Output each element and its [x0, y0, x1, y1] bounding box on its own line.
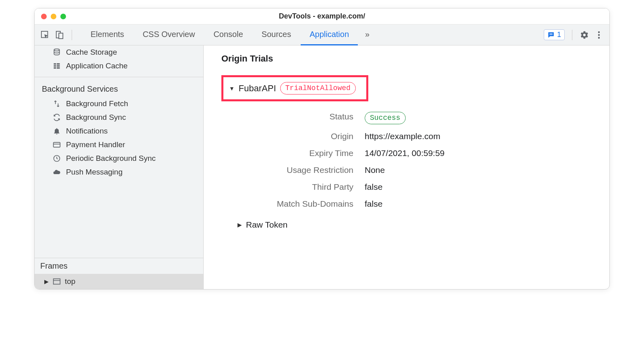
value-expiry: 14/07/2021, 00:59:59: [365, 148, 600, 158]
fetch-icon: [52, 99, 61, 108]
svg-rect-18: [54, 279, 60, 284]
svg-point-6: [598, 34, 600, 35]
trial-name: FubarAPI: [239, 83, 276, 94]
label-origin: Origin: [233, 131, 353, 141]
triangle-down-icon: ▼: [229, 85, 235, 92]
value-usage: None: [365, 165, 600, 175]
svg-rect-15: [54, 142, 60, 147]
sidebar-separator: [35, 77, 203, 77]
sidebar-item-background-sync[interactable]: Background Sync: [35, 111, 203, 124]
svg-rect-2: [59, 33, 63, 39]
sidebar-label: Cache Storage: [66, 48, 117, 57]
raw-token-label: Raw Token: [246, 220, 288, 230]
sidebar-label: Background Sync: [66, 113, 126, 122]
svg-point-8: [54, 49, 59, 51]
database-icon: [52, 48, 61, 57]
sidebar-label: Background Fetch: [66, 99, 128, 108]
sidebar-section-title: Background Services: [35, 81, 203, 97]
svg-point-5: [598, 31, 600, 33]
settings-icon[interactable]: [580, 30, 589, 40]
issues-count: 1: [557, 31, 561, 39]
svg-rect-10: [57, 63, 60, 64]
sidebar-label: Payment Handler: [66, 140, 125, 149]
toolbar-separator: [72, 30, 72, 40]
panel-tabs: Elements CSS Overview Console Sources Ap…: [82, 25, 376, 45]
label-match-subdomains: Match Sub-Domains: [233, 199, 353, 209]
sidebar-frames-title: Frames: [35, 258, 203, 274]
value-match-subdomains: false: [365, 199, 600, 209]
main-panel: Origin Trials ▼ FubarAPI TrialNotAllowed…: [204, 45, 609, 289]
tab-css-overview[interactable]: CSS Overview: [134, 25, 204, 45]
sidebar-label: Push Messaging: [66, 168, 122, 177]
sidebar-frame-top[interactable]: ▶ top: [35, 274, 203, 289]
window-title: DevTools - example.com/: [279, 12, 365, 21]
sidebar-item-notifications[interactable]: Notifications: [35, 124, 203, 138]
value-origin: https://example.com: [365, 131, 600, 141]
svg-rect-4: [549, 34, 553, 35]
device-toggle-icon[interactable]: [55, 30, 64, 40]
minimize-window-button[interactable]: [51, 14, 56, 19]
value-status: Success: [365, 112, 600, 124]
sidebar-item-application-cache[interactable]: Application Cache: [35, 59, 203, 73]
sidebar-item-push-messaging[interactable]: Push Messaging: [35, 165, 203, 179]
triangle-right-icon: ▶: [44, 278, 49, 285]
raw-token-row[interactable]: ▶ Raw Token: [237, 220, 600, 230]
trial-details: Status Success Origin https://example.co…: [233, 112, 600, 209]
value-third-party: false: [365, 182, 600, 192]
maximize-window-button[interactable]: [60, 14, 66, 19]
label-usage: Usage Restriction: [233, 165, 353, 175]
triangle-right-icon: ▶: [237, 222, 242, 228]
highlight-annotation: ▼ FubarAPI TrialNotAllowed: [221, 75, 368, 101]
panel-heading: Origin Trials: [221, 53, 600, 64]
trial-row[interactable]: ▼ FubarAPI TrialNotAllowed: [229, 82, 356, 94]
sidebar-item-periodic-sync[interactable]: Periodic Background Sync: [35, 152, 203, 165]
svg-rect-11: [54, 65, 56, 66]
svg-rect-14: [57, 67, 60, 68]
sidebar-item-background-fetch[interactable]: Background Fetch: [35, 97, 203, 111]
grid-icon: [52, 62, 61, 70]
label-status: Status: [233, 112, 353, 124]
toolbar-separator: [572, 30, 572, 40]
cloud-icon: [52, 168, 61, 177]
card-icon: [52, 140, 61, 149]
clock-icon: [52, 154, 61, 163]
message-icon: [547, 31, 555, 39]
inspect-element-icon[interactable]: [40, 30, 50, 40]
tab-console[interactable]: Console: [204, 25, 252, 45]
window-icon: [53, 278, 61, 285]
svg-point-7: [598, 37, 600, 38]
sidebar-label: Periodic Background Sync: [66, 154, 156, 163]
sidebar-label: Notifications: [66, 127, 108, 136]
tab-sources[interactable]: Sources: [253, 25, 300, 45]
content-area: Cache Storage Application Cache Backgrou…: [35, 45, 609, 289]
sidebar: Cache Storage Application Cache Backgrou…: [35, 45, 204, 289]
svg-rect-9: [54, 63, 56, 64]
trial-status-badge: TrialNotAllowed: [280, 82, 356, 94]
tab-elements[interactable]: Elements: [82, 25, 133, 45]
label-expiry: Expiry Time: [233, 148, 353, 158]
frame-name: top: [65, 277, 75, 286]
svg-rect-13: [54, 67, 56, 68]
traffic-lights: [41, 14, 66, 19]
tab-application[interactable]: Application: [301, 25, 358, 45]
titlebar: DevTools - example.com/: [35, 8, 609, 25]
label-third-party: Third Party: [233, 182, 353, 192]
more-menu-icon[interactable]: [594, 30, 604, 40]
sidebar-item-cache-storage[interactable]: Cache Storage: [35, 45, 203, 59]
svg-rect-12: [57, 65, 60, 66]
devtools-window: DevTools - example.com/ Elements CSS Ove…: [34, 8, 610, 290]
sidebar-label: Application Cache: [66, 62, 128, 70]
tab-more[interactable]: »: [359, 25, 376, 45]
status-success-badge: Success: [365, 112, 406, 124]
sync-icon: [52, 113, 61, 122]
close-window-button[interactable]: [41, 14, 47, 19]
issues-badge[interactable]: 1: [544, 29, 565, 40]
svg-rect-3: [549, 33, 553, 34]
toolbar: Elements CSS Overview Console Sources Ap…: [35, 25, 609, 45]
bell-icon: [52, 127, 61, 136]
sidebar-item-payment-handler[interactable]: Payment Handler: [35, 138, 203, 152]
